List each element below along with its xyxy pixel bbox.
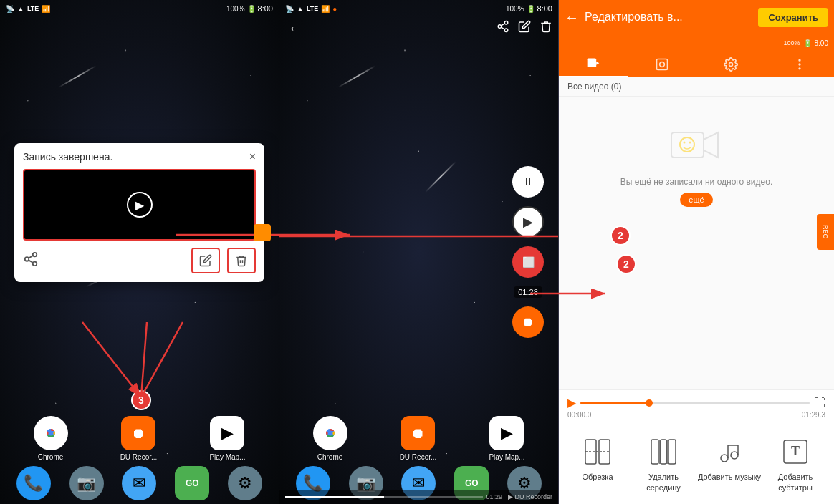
play-label-mid: Play Map... — [489, 453, 524, 461]
popup-video-thumbnail[interactable]: ▶ — [23, 169, 256, 241]
edit-tools: Обрезка Удалить середину — [559, 425, 834, 504]
timeline-play-button[interactable]: ▶ — [567, 396, 576, 410]
battery-pct-left: 100% — [226, 5, 245, 13]
home-icons-mid: Chrome ⏺ DU Recor... ▶ Play Map... — [279, 416, 558, 461]
more-button[interactable]: ещё — [680, 193, 712, 207]
home-icon-du-mid[interactable]: ⏺ DU Recor... — [400, 416, 437, 461]
du-recorder-button-mid[interactable]: ⏺ — [512, 306, 544, 338]
svg-point-2 — [33, 261, 37, 266]
svg-point-7 — [48, 431, 53, 436]
panel-right: ← Редактировать в... Сохранить 100% 🔋 8:… — [559, 0, 834, 504]
tool-trim[interactable]: Обрезка — [565, 436, 631, 493]
tool-add-subtitles[interactable]: T Добавить субтитры — [762, 436, 828, 493]
status-bar-left: 📡 ▲ LTE 📶 100% 🔋 8:00 — [0, 0, 279, 17]
right-sub-header: 100% 🔋 8:00 — [559, 34, 834, 52]
svg-point-25 — [729, 63, 733, 67]
svg-text:T: T — [791, 444, 800, 458]
popup-delete-button[interactable] — [227, 248, 256, 273]
recording-dot: ● — [332, 5, 337, 13]
popup-play-button[interactable]: ▶ — [127, 192, 153, 218]
dock-go-left[interactable]: GO — [175, 466, 209, 500]
progress-time: 01:29 — [486, 493, 502, 500]
lte-icon-mid: LTE — [307, 5, 318, 12]
panel-mid: 📡 ▲ LTE 📶 ● 100% 🔋 8:00 ← — [279, 0, 559, 504]
svg-point-30 — [680, 137, 694, 152]
svg-point-27 — [799, 64, 800, 65]
sub-battery-icon: 🔋 — [803, 39, 812, 47]
tool-add-subtitles-label: Добавить субтитры — [762, 472, 828, 493]
svg-point-28 — [799, 68, 800, 69]
cast-icon-mid: 📡 — [285, 5, 294, 13]
cast-icon: 📡 — [6, 5, 14, 13]
timeline-expand-button[interactable]: ⛶ — [814, 397, 825, 410]
tab-more[interactable] — [765, 52, 834, 77]
svg-point-42 — [731, 452, 738, 459]
svg-point-13 — [498, 25, 502, 29]
svg-line-3 — [29, 260, 33, 263]
svg-rect-36 — [651, 440, 658, 464]
status-icons-mid-left: 📡 ▲ LTE 📶 ● — [285, 5, 337, 13]
empty-text: Вы ещё не записали ни одного видео. — [620, 177, 773, 187]
timeline-track[interactable] — [580, 402, 810, 404]
status-right-left: 100% 🔋 8:00 — [226, 4, 273, 13]
tool-cut-mid-label: Удалить середину — [631, 472, 696, 493]
star-m1 — [337, 65, 375, 88]
tool-add-music[interactable]: Добавить музыку — [696, 436, 762, 493]
play-market-label: Play Map... — [209, 453, 245, 461]
delete-icon-mid[interactable] — [540, 20, 552, 36]
signal-icon: 📶 — [42, 5, 50, 13]
bottom-progress-bar: 01:29 ▶ DU Recorder — [279, 490, 558, 504]
tab-settings[interactable] — [696, 52, 765, 77]
edit-icon-mid[interactable] — [518, 20, 531, 36]
tool-add-music-label: Добавить музыку — [698, 472, 761, 482]
home-icon-chrome[interactable]: Chrome — [34, 416, 68, 461]
svg-point-1 — [25, 257, 29, 261]
svg-rect-22 — [588, 59, 597, 68]
right-header: ← Редактировать в... Сохранить — [559, 0, 834, 34]
wifi-icon: ▲ — [17, 5, 24, 13]
svg-line-16 — [501, 24, 504, 26]
watermark-text: ▶ DU Recorder — [508, 493, 552, 500]
share-icon-mid[interactable] — [497, 20, 509, 36]
dock-camera-left[interactable]: 📷 — [70, 466, 104, 500]
right-tabs — [559, 52, 834, 77]
save-button[interactable]: Сохранить — [758, 8, 828, 27]
tool-cut-mid[interactable]: Удалить середину — [631, 436, 696, 493]
tool-trim-icon — [582, 436, 613, 467]
right-back-button[interactable]: ← — [565, 9, 579, 26]
step-2-circle: 2 — [616, 254, 636, 274]
pause-button[interactable]: ⏸ — [512, 166, 544, 198]
timeline-bar-row: ▶ ⛶ — [567, 396, 825, 410]
popup-close-button[interactable]: × — [249, 150, 256, 163]
wifi-icon-mid: ▲ — [297, 5, 304, 13]
tab-screenshot[interactable] — [628, 52, 696, 77]
dock-mail-left[interactable]: ✉ — [122, 466, 156, 500]
right-sub-status: 100% 🔋 8:00 — [784, 39, 829, 47]
progress-track — [285, 496, 483, 498]
stop-button[interactable]: ⬜ — [512, 246, 544, 278]
play-button-mid[interactable]: ▶ — [512, 206, 544, 238]
svg-line-15 — [501, 27, 504, 29]
home-icon-chrome-mid[interactable]: Chrome — [313, 416, 348, 461]
home-icon-play-mid[interactable]: ▶ Play Map... — [489, 416, 524, 461]
svg-point-19 — [327, 431, 332, 436]
svg-point-14 — [504, 29, 508, 32]
back-arrow-mid[interactable]: ← — [288, 20, 302, 37]
time-mid: 8:00 — [537, 4, 552, 13]
popup-edit-button[interactable] — [191, 248, 220, 273]
home-icon-du-recorder[interactable]: ⏺ DU Recor... — [120, 416, 158, 461]
popup-actions — [14, 241, 264, 282]
recording-controls: ⏸ ▶ ⬜ 01:28 ⏺ — [512, 166, 544, 338]
right-content-area: Вы ещё не записали ни одного видео. ещё … — [559, 97, 834, 389]
signal-icon-mid: 📶 — [321, 5, 330, 13]
svg-line-4 — [29, 255, 33, 258]
side-record-button[interactable]: REC — [817, 214, 834, 250]
svg-rect-37 — [661, 440, 666, 464]
popup-share-button[interactable] — [23, 251, 39, 271]
tab-video[interactable] — [559, 52, 628, 77]
top-icons-mid — [497, 20, 552, 36]
tool-cut-mid-icon — [648, 436, 679, 467]
home-icon-play-market[interactable]: ▶ Play Map... — [209, 416, 245, 461]
dock-phone-left[interactable]: 📞 — [16, 466, 51, 500]
dock-settings-left[interactable]: ⚙ — [228, 466, 262, 500]
